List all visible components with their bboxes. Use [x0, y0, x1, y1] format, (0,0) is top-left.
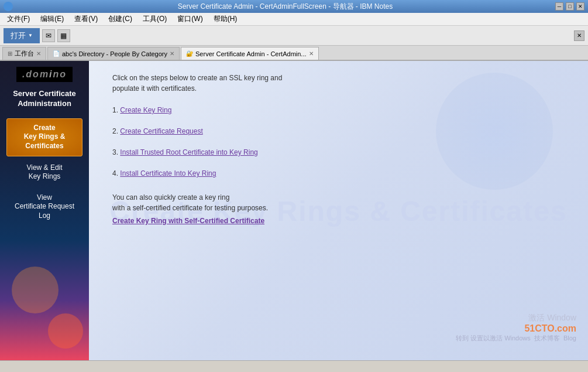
sidebar-item-view-edit-label: View & EditKey Rings [26, 163, 62, 181]
alt-section: You can also quickly create a key ring w… [112, 192, 565, 225]
step-3: 3. Install Trusted Root Certificate into… [112, 146, 565, 157]
doc-icon: 📄 [53, 50, 60, 57]
tab-bar: ⊞ 工作台 ✕ 📄 abc's Directory - People By Ca… [0, 46, 588, 61]
close-button[interactable]: ✕ [576, 2, 584, 11]
step-4: 4. Install Certificate Into Key Ring [112, 168, 565, 178]
tab-abc-directory[interactable]: 📄 abc's Directory - People By Category ✕ [47, 47, 180, 60]
toolbar: 打开 ▼ ✉ ▦ ✕ [0, 26, 588, 46]
sidebar: .domino Server Certificate Administratio… [0, 61, 89, 360]
cert-icon: 🔐 [186, 50, 193, 57]
step-1-number: 1. [112, 106, 120, 114]
menu-view[interactable]: 查看(V) [70, 13, 102, 25]
domino-logo: .domino [16, 67, 73, 82]
maximize-button[interactable]: □ [566, 2, 574, 11]
sidebar-title: Server Certificate Administration [0, 89, 89, 109]
logo-text: .domino [22, 69, 67, 79]
app-icon [4, 2, 13, 11]
watermark-line1: 激活 Window [456, 313, 576, 323]
content-area: Create Key Rings & Certificates Click on… [89, 61, 588, 360]
sidebar-item-view-cert-label: ViewCertificate RequestLog [15, 193, 74, 220]
step-3-number: 3. [112, 148, 120, 156]
desc-line1: Click on the steps below to create an SS… [112, 74, 282, 82]
tab-cert-close[interactable]: ✕ [309, 50, 314, 57]
workspace-icon: ⊞ [8, 50, 12, 57]
step-1: 1. Create Key Ring [112, 104, 565, 115]
open-button[interactable]: 打开 ▼ [4, 28, 40, 43]
open-dropdown-arrow: ▼ [28, 33, 33, 38]
sidebar-item-create-key-rings[interactable]: CreateKey Rings &Certificates [6, 118, 82, 156]
title-bar-text: Server Certificate Admin - CertAdminFull… [15, 2, 555, 12]
sidebar-item-view-cert-log[interactable]: ViewCertificate RequestLog [6, 189, 82, 226]
sidebar-item-create-key-rings-label: CreateKey Rings &Certificates [24, 124, 66, 150]
tab-cert-admin[interactable]: 🔐 Server Certificate Admin - CertAdmin..… [181, 47, 319, 60]
alt-desc-line1: You can also quickly create a key ring [112, 193, 229, 202]
open-label: 打开 [11, 30, 26, 41]
alt-description: You can also quickly create a key ring w… [112, 192, 565, 213]
email-icon[interactable]: ✉ [42, 29, 55, 42]
sidebar-toggle-button[interactable]: ✕ [574, 30, 584, 41]
step-2-link[interactable]: Create Certificate Request [120, 127, 202, 135]
status-bar [0, 360, 588, 372]
content-inner: Click on the steps below to create an SS… [112, 73, 565, 225]
menu-help[interactable]: 帮助(H) [209, 13, 242, 25]
title-bar: Server Certificate Admin - CertAdminFull… [0, 0, 588, 13]
menu-tools[interactable]: 工具(O) [138, 13, 171, 25]
watermark-line3: 转到 设置以激活 Windows 技术博客 Blog [456, 334, 576, 343]
content-description: Click on the steps below to create an SS… [112, 73, 565, 94]
step-3-link[interactable]: Install Trusted Root Certificate into Ke… [120, 148, 257, 156]
step-4-link[interactable]: Install Certificate Into Key Ring [120, 169, 216, 178]
tab-workspace-close[interactable]: ✕ [36, 50, 41, 57]
tab-abc-label: abc's Directory - People By Category [62, 50, 167, 57]
menu-bar: 文件(F) 编辑(E) 查看(V) 创建(C) 工具(O) 窗口(W) 帮助(H… [0, 13, 588, 26]
minimize-button[interactable]: ─ [555, 2, 563, 11]
menu-window[interactable]: 窗口(W) [173, 13, 207, 25]
tab-cert-label: Server Certificate Admin - CertAdmin... [195, 50, 307, 57]
sidebar-item-view-edit-key-rings[interactable]: View & EditKey Rings [6, 159, 82, 186]
step-4-number: 4. [112, 169, 120, 178]
menu-create[interactable]: 创建(C) [104, 13, 137, 25]
step-1-link[interactable]: Create Key Ring [120, 106, 171, 114]
tab-workspace-label: 工作台 [15, 49, 34, 58]
activation-watermark: 激活 Window 51CTO.com 转到 设置以激活 Windows 技术博… [456, 313, 576, 343]
alt-desc-line2: with a self-certified certificate for te… [112, 204, 268, 212]
step-2: 2. Create Certificate Request [112, 125, 565, 136]
menu-file[interactable]: 文件(F) [2, 13, 35, 25]
menu-edit[interactable]: 编辑(E) [36, 13, 68, 25]
title-bar-controls: ─ □ ✕ [555, 2, 584, 11]
main-area: .domino Server Certificate Administratio… [0, 61, 588, 360]
tab-workspace[interactable]: ⊞ 工作台 ✕ [2, 47, 46, 60]
watermark-line2: 51CTO.com [456, 323, 576, 334]
calendar-icon[interactable]: ▦ [57, 29, 70, 42]
desc-line2: populate it with certificates. [112, 84, 197, 93]
self-certified-link[interactable]: Create Key Ring with Self-Certified Cert… [112, 217, 264, 225]
tab-abc-close[interactable]: ✕ [170, 50, 174, 57]
step-2-number: 2. [112, 127, 120, 135]
